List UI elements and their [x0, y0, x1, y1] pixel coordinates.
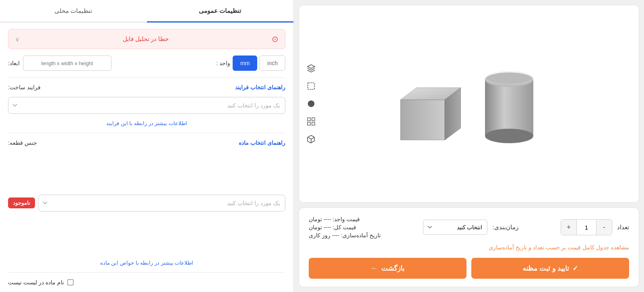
tab-local[interactable]: تنظیمات محلی: [0, 0, 147, 23]
dimensions-input[interactable]: [23, 56, 111, 71]
material-select-wrap: یک مورد را انتخاب کنید ناموجود: [8, 152, 285, 253]
svg-rect-4: [308, 122, 310, 125]
error-alert-icon: ⊙: [272, 34, 279, 44]
timing-select[interactable]: انتخاب کنید: [423, 220, 487, 235]
svg-point-1: [308, 101, 315, 107]
tabs-header: تنظیمات عمومی تنظیمات محلی: [0, 0, 293, 23]
selection-box-icon[interactable]: [305, 80, 317, 92]
timing-section: زمان‌بندی: انتخاب کنید: [423, 220, 518, 235]
svg-rect-7: [485, 80, 533, 136]
unit-inch-button[interactable]: inch: [260, 56, 285, 71]
qty-minus-button[interactable]: -: [597, 220, 612, 235]
mesh-icon[interactable]: [305, 116, 317, 127]
price-total-text: قیمت کل: ---- تومان: [309, 224, 356, 230]
timing-label: زمان‌بندی:: [492, 224, 518, 231]
material-info-link[interactable]: اطلاعات بیشتر در رابطه با خواص این ماده: [8, 260, 285, 266]
process-select[interactable]: یک مورد را انتخاب کنید: [8, 97, 285, 114]
checkbox-label: نام ماده در لیست نیست: [8, 279, 64, 286]
error-chevron-icon[interactable]: ∨: [15, 35, 20, 43]
process-select-wrap: یک مورد را انتخاب کنید: [8, 97, 285, 114]
svg-rect-3: [312, 118, 315, 121]
bottom-card: تعداد - + زمان‌بندی: انتخاب کنید قیمت وا…: [299, 208, 639, 287]
sphere-icon[interactable]: [305, 98, 317, 109]
unit-mm-button[interactable]: mm: [233, 56, 257, 71]
unit-label: واحد :: [216, 60, 230, 66]
unavailable-badge: ناموجود: [8, 197, 35, 208]
svg-rect-5: [312, 122, 315, 125]
cylinder-shape: [477, 64, 541, 144]
material-guide-link[interactable]: راهنمای انتخاب ماده: [239, 140, 285, 146]
shapes-container: [396, 64, 541, 144]
svg-point-8: [485, 129, 533, 143]
qty-input[interactable]: [576, 220, 597, 235]
material-not-listed-checkbox[interactable]: [67, 279, 74, 286]
viewer-sidebar-icons: [305, 63, 317, 145]
svg-point-9: [485, 72, 533, 87]
material-select[interactable]: یک مورد را انتخاب کنید: [38, 195, 285, 212]
controls-row: تعداد - + زمان‌بندی: انتخاب کنید قیمت وا…: [309, 216, 629, 239]
divider-3: [8, 272, 285, 273]
checkbox-row: نام ماده در لیست نیست: [8, 279, 285, 286]
svg-marker-11: [400, 100, 445, 140]
cube-icon[interactable]: [305, 63, 317, 74]
dimensions-row: inch mm واحد : ابعاد:: [8, 56, 285, 71]
3d-box-icon[interactable]: [305, 134, 317, 145]
material-label: جنس قطعه:: [8, 140, 37, 146]
quantity-section: تعداد - +: [561, 219, 629, 235]
tab-general[interactable]: تنظیمات عمومی: [147, 0, 294, 23]
material-header-row: راهنمای انتخاب ماده جنس قطعه:: [8, 140, 285, 146]
divider-1: [8, 77, 285, 78]
qty-plus-button[interactable]: +: [561, 220, 576, 235]
process-guide-link[interactable]: راهنمای انتخاب فرایند: [235, 84, 285, 90]
right-content: ∨ خطا در تحلیل فایل ⊙ inch mm واحد : ابع…: [0, 23, 293, 292]
divider-2: [8, 133, 285, 133]
cube-shape: [396, 80, 461, 144]
svg-rect-0: [308, 83, 315, 90]
dimensions-label: ابعاد:: [8, 60, 20, 66]
right-panel: تنظیمات عمومی تنظیمات محلی ∨ خطا در تحلی…: [0, 0, 294, 292]
price-date-text: تاریخ آماده‌سازی: ---- روز کاری: [309, 232, 381, 239]
left-panel: تعداد - + زمان‌بندی: انتخاب کنید قیمت وا…: [294, 0, 644, 292]
unit-group: inch mm واحد :: [216, 56, 285, 71]
svg-rect-2: [308, 118, 310, 121]
process-header-row: راهنمای انتخاب فرایند فرایند ساخت:: [8, 84, 285, 90]
error-banner: ∨ خطا در تحلیل فایل ⊙: [8, 29, 285, 49]
process-info-link[interactable]: اطلاعات بیشتر در رابطه با این فرایند: [8, 120, 285, 126]
viewer-card: [299, 5, 639, 203]
action-buttons: ✓ تایید و ثبت مظنه بازگشت ←: [309, 258, 629, 279]
confirm-button[interactable]: ✓ تایید و ثبت مظنه: [471, 258, 629, 279]
error-text: خطا در تحلیل فایل: [123, 35, 169, 43]
price-table-link[interactable]: مشاهده جدول کامل قیمت بر حسب تعداد و تار…: [309, 244, 629, 251]
price-unit-text: قیمت واحد: ---- تومان: [309, 216, 360, 222]
price-section: قیمت واحد: ---- تومان قیمت کل: ---- توما…: [309, 216, 381, 239]
quantity-control: - +: [561, 219, 612, 235]
checkmark-icon: ✓: [572, 264, 578, 273]
process-label: فرایند ساخت:: [8, 84, 41, 90]
quantity-label: تعداد: [617, 224, 629, 231]
back-button[interactable]: بازگشت ←: [309, 258, 466, 279]
arrow-icon: ←: [371, 264, 378, 272]
